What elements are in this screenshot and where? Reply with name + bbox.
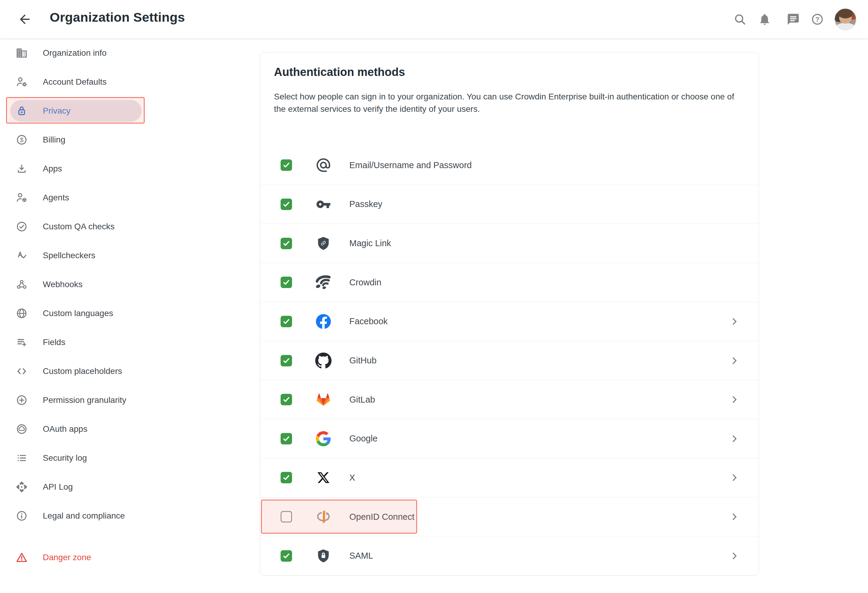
chevron-right-icon[interactable] (730, 356, 739, 366)
dollar-icon (16, 134, 28, 146)
arrow-left-icon (18, 12, 32, 27)
chevron-right-icon[interactable] (730, 473, 739, 482)
key-icon (305, 197, 341, 212)
openid-icon (305, 509, 341, 525)
checkbox-magic-link[interactable] (280, 238, 292, 249)
sidebar-item-custom-qa-checks[interactable]: Custom QA checks (0, 212, 247, 241)
auth-method-row-crowdin[interactable]: Crowdin (260, 263, 759, 302)
warning-icon (16, 552, 28, 563)
sidebar-item-danger-zone[interactable]: Danger zone (0, 543, 247, 572)
auth-method-row-x[interactable]: X (260, 458, 759, 497)
sidebar-item-billing[interactable]: Billing (0, 125, 247, 154)
checkbox-openid-connect[interactable] (280, 511, 292, 522)
checkmark-icon (282, 239, 291, 248)
fields-icon (16, 336, 28, 348)
checkmark-icon (282, 473, 291, 482)
person-gear-icon (16, 76, 28, 88)
sidebar-item-agents[interactable]: Agents (0, 183, 247, 212)
sidebar-item-custom-languages[interactable]: Custom languages (0, 299, 247, 328)
chevron-right-icon[interactable] (730, 317, 739, 326)
auth-method-row-email-username-and-password[interactable]: Email/Username and Password (260, 146, 759, 185)
auth-method-row-saml[interactable]: SAML (260, 536, 759, 575)
checkmark-icon (282, 552, 291, 561)
chat-icon (787, 13, 800, 26)
at-icon (305, 157, 341, 173)
checkbox-email-username-and-password[interactable] (280, 159, 292, 171)
chevron-right-icon[interactable] (730, 434, 739, 444)
active-item-pill (10, 100, 142, 122)
checkbox-saml[interactable] (280, 550, 292, 562)
shield-link-icon (305, 235, 341, 252)
shield-lock-icon (305, 547, 341, 564)
auth-method-row-magic-link[interactable]: Magic Link (260, 224, 759, 263)
download-icon (16, 163, 28, 175)
sidebar-item-custom-placeholders[interactable]: Custom placeholders (0, 357, 247, 386)
authentication-methods-card: Authentication methods Select how people… (260, 52, 759, 575)
checkbox-gitlab[interactable] (280, 394, 292, 405)
github-icon (305, 353, 341, 369)
auth-method-row-google[interactable]: Google (260, 419, 759, 458)
checkmark-icon (282, 356, 291, 365)
x-icon (305, 471, 341, 484)
auth-method-row-github[interactable]: GitHub (260, 341, 759, 380)
plus-circle-icon (16, 394, 28, 406)
auth-method-row-passkey[interactable]: Passkey (260, 185, 759, 224)
messages-button[interactable] (787, 13, 800, 26)
search-button[interactable] (733, 13, 747, 26)
chevron-right-icon[interactable] (730, 395, 739, 404)
chevron-right-icon[interactable] (730, 551, 739, 561)
chevron-right-icon[interactable] (730, 512, 739, 522)
back-button[interactable] (18, 12, 32, 27)
help-button[interactable] (811, 13, 824, 26)
auth-method-row-gitlab[interactable]: GitLab (260, 380, 759, 419)
notifications-button[interactable] (758, 13, 771, 26)
app-header: Organization Settings (0, 0, 868, 38)
checkbox-x[interactable] (280, 472, 292, 483)
list-icon (16, 452, 28, 464)
crowdin-icon (305, 275, 341, 290)
search-icon (733, 13, 747, 26)
person-cube-icon (16, 192, 28, 204)
building-icon (16, 47, 28, 59)
sidebar-item-apps[interactable]: Apps (0, 154, 247, 183)
checkmark-icon (282, 434, 291, 443)
checkmark-icon (282, 395, 291, 404)
card-title: Authentication methods (274, 66, 405, 79)
checkbox-passkey[interactable] (280, 199, 292, 210)
checkmark-icon (282, 161, 291, 170)
checkmark-icon (282, 317, 291, 326)
sidebar-item-organization-info[interactable]: Organization info (0, 38, 247, 68)
help-icon (811, 13, 824, 26)
checkmark-icon (282, 200, 291, 209)
auth-method-row-facebook[interactable]: Facebook (260, 302, 759, 341)
auth-methods-list: Email/Username and Password Passkey Magi… (260, 146, 759, 575)
checkbox-facebook[interactable] (280, 316, 292, 327)
sidebar-item-security-log[interactable]: Security log (0, 444, 247, 472)
check-circle-icon (16, 221, 28, 233)
sidebar-list: Organization info Account Defaults Priva… (0, 38, 247, 572)
checkbox-github[interactable] (280, 355, 292, 366)
api-icon (16, 481, 28, 493)
sidebar-item-privacy[interactable]: Privacy (0, 96, 247, 125)
sidebar-item-webhooks[interactable]: Webhooks (0, 270, 247, 299)
spellcheck-icon (16, 249, 28, 261)
sidebar-item-api-log[interactable]: API Log (0, 472, 247, 502)
sidebar-item-account-defaults[interactable]: Account Defaults (0, 68, 247, 96)
globe-icon (16, 307, 28, 319)
sidebar-item-permission-granularity[interactable]: Permission granularity (0, 386, 247, 415)
card-description: Select how people can sign in to your or… (274, 90, 747, 115)
organization-settings-page: Organization Settings Organization info … (0, 0, 868, 593)
checkbox-google[interactable] (280, 433, 292, 444)
auth-method-row-openid-connect[interactable]: OpenID Connect (260, 497, 759, 536)
lock-icon (16, 105, 28, 117)
avatar[interactable] (834, 8, 856, 30)
sidebar: Organization info Account Defaults Priva… (0, 38, 247, 572)
sidebar-item-fields[interactable]: Fields (0, 328, 247, 357)
checkbox-crowdin[interactable] (280, 277, 292, 288)
code-icon (16, 365, 28, 377)
sidebar-item-oauth-apps[interactable]: OAuth apps (0, 415, 247, 444)
facebook-icon (305, 313, 341, 330)
sidebar-item-legal-and-compliance[interactable]: Legal and compliance (0, 502, 247, 530)
sidebar-item-spellcheckers[interactable]: Spellcheckers (0, 241, 247, 270)
checkmark-icon (282, 278, 291, 287)
